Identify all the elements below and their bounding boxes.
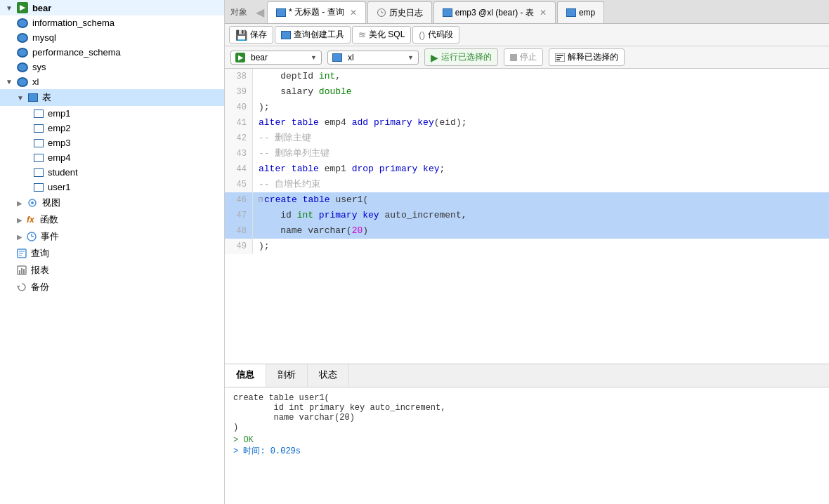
sidebar-item-performance-schema[interactable]: performance_schema: [0, 45, 224, 60]
db-icon: [17, 33, 28, 43]
sidebar-item-emp1[interactable]: emp1: [0, 106, 224, 121]
svg-rect-17: [556, 55, 563, 56]
schema-selector-value: xl: [348, 53, 354, 62]
tab-history-label: 历史日志: [389, 7, 423, 19]
sidebar-emp4-label: emp4: [48, 152, 71, 163]
code-line-42: 42 -- 删除主键: [225, 131, 829, 146]
run-button[interactable]: ▶ 运行已选择的: [424, 48, 498, 66]
tab-emp-extra[interactable]: emp: [557, 1, 604, 23]
emp3-tab-icon: [443, 8, 452, 17]
sidebar-mysql-label: mysql: [32, 32, 56, 43]
query-tool-label: 查询创建工具: [294, 29, 344, 41]
sidebar-views-label: 视图: [42, 197, 60, 209]
code-line-46: 46 ⊟ create table user1(: [225, 192, 829, 208]
code-line-48: 48 name varchar(20): [225, 223, 829, 239]
sidebar-item-bear-root[interactable]: ▼ ▶ bear: [0, 0, 224, 15]
tab-query-label: * 无标题 - 查询: [289, 6, 344, 18]
tables-arrow-icon: ▼: [17, 94, 24, 102]
tab-left-arrow[interactable]: ◀: [253, 6, 267, 19]
sidebar-item-emp2[interactable]: emp2: [0, 121, 224, 135]
sidebar-queries-label: 查询: [31, 247, 49, 260]
table-icon: [34, 168, 44, 177]
sidebar-item-emp3[interactable]: emp3: [0, 135, 224, 150]
sidebar-item-user1[interactable]: user1: [0, 180, 224, 194]
result-tabs: 信息 剖析 状态: [225, 364, 829, 387]
tab-emp3-label: emp3 @xl (bear) - 表: [455, 7, 534, 19]
editor-area[interactable]: 38 deptId int, 39 salary double 40 ); 41: [225, 69, 829, 364]
stop-button[interactable]: 停止: [504, 48, 543, 66]
sidebar-item-reports[interactable]: 报表: [0, 262, 224, 279]
arrow-icon: ▼: [6, 4, 13, 12]
emp3-tab-close-icon[interactable]: ✕: [540, 8, 547, 18]
backups-icon: [17, 282, 27, 292]
svg-rect-19: [556, 59, 560, 60]
db-selector-arrow: ▼: [311, 54, 317, 61]
events-icon: [27, 232, 37, 241]
code-line-39: 39 salary double: [225, 84, 829, 100]
tables-icon: [28, 93, 38, 102]
sidebar-reports-label: 报表: [31, 264, 49, 277]
beautify-button[interactable]: ≋ 美化 SQL: [352, 26, 411, 44]
sidebar-item-queries[interactable]: 查询: [0, 245, 224, 262]
stop-label: 停止: [520, 51, 537, 63]
sidebar-item-mysql[interactable]: mysql: [0, 30, 224, 45]
sidebar-item-functions[interactable]: ▶ fx 函数: [0, 211, 224, 228]
db-selector-icon: ▶: [235, 53, 245, 62]
code-line-40: 40 );: [225, 100, 829, 115]
code-icon: (): [419, 29, 425, 40]
sidebar-item-sys[interactable]: sys: [0, 60, 224, 74]
sidebar-xl-label: xl: [32, 77, 39, 87]
result-tab-info-label: 信息: [236, 369, 254, 380]
svg-rect-11: [21, 268, 22, 274]
sidebar: ▼ ▶ bear information_schema mysql perfor…: [0, 0, 225, 504]
emp-tab-icon: [566, 8, 576, 17]
explain-icon: [555, 53, 565, 62]
query-tab-icon: [276, 8, 286, 17]
sidebar-item-emp4[interactable]: emp4: [0, 150, 224, 165]
result-tab-status[interactable]: 状态: [308, 364, 349, 387]
tab-objects-label[interactable]: 对象: [225, 1, 253, 23]
db-selector[interactable]: ▶ bear ▼: [230, 51, 322, 65]
result-time: > 时间: 0.029s: [233, 445, 821, 457]
sidebar-item-information-schema[interactable]: information_schema: [0, 15, 224, 30]
xl-db-icon: [17, 77, 28, 87]
tab-emp3[interactable]: emp3 @xl (bear) - 表 ✕: [433, 1, 556, 23]
code-line-47: 47 id int primary key auto_increment,: [225, 208, 829, 223]
sidebar-functions-label: 函数: [40, 213, 58, 226]
schema-selector-arrow: ▼: [407, 54, 414, 61]
query-tool-button[interactable]: 查询创建工具: [275, 26, 351, 44]
sidebar-item-views[interactable]: ▶ 视图: [0, 194, 224, 211]
result-tab-profile[interactable]: 剖析: [266, 364, 308, 387]
table-icon: [34, 139, 44, 147]
db-icon: [17, 18, 28, 28]
sidebar-emp2-label: emp2: [48, 123, 71, 133]
code-line-43: 43 -- 删除单列主键: [225, 146, 829, 161]
sidebar-backups-label: 备份: [31, 281, 49, 293]
run-icon: ▶: [431, 52, 438, 63]
sidebar-sys-label: sys: [32, 62, 46, 72]
bear-db-icon: ▶: [17, 2, 28, 13]
explain-button[interactable]: 解释已选择的: [549, 48, 625, 66]
sidebar-item-xl[interactable]: ▼ xl: [0, 74, 224, 89]
save-label: 保存: [250, 29, 267, 41]
svg-rect-10: [19, 270, 20, 274]
sidebar-item-backups[interactable]: 备份: [0, 279, 224, 296]
sidebar-item-tables[interactable]: ▼ 表: [0, 89, 224, 106]
tab-close-icon[interactable]: ✕: [350, 8, 357, 18]
schema-selector[interactable]: xl ▼: [327, 51, 419, 65]
code-button[interactable]: () 代码段: [412, 26, 459, 44]
sidebar-item-events[interactable]: ▶ 事件: [0, 228, 224, 245]
table-icon: [34, 154, 44, 162]
result-tab-info[interactable]: 信息: [225, 364, 266, 387]
tab-bar: 对象 ◀ * 无标题 - 查询 ✕ 历史日志 emp3 @xl (bear) -…: [225, 0, 829, 24]
tab-history[interactable]: 历史日志: [367, 1, 432, 23]
sidebar-information-schema-label: information_schema: [32, 18, 115, 28]
functions-icon: fx: [27, 215, 34, 225]
sidebar-performance-schema-label: performance_schema: [32, 47, 121, 58]
svg-rect-18: [556, 57, 561, 58]
save-button[interactable]: 💾 保存: [229, 26, 273, 44]
tab-query[interactable]: * 无标题 - 查询 ✕: [267, 1, 366, 23]
beautify-icon: ≋: [358, 29, 366, 40]
sidebar-item-student[interactable]: student: [0, 165, 224, 180]
sidebar-user1-label: user1: [48, 182, 71, 192]
